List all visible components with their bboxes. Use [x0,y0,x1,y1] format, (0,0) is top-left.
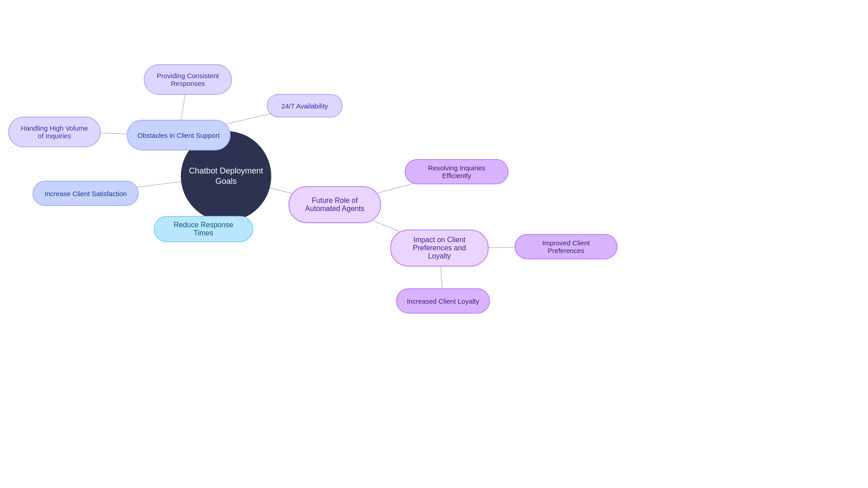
improved-preferences-node: Improved Client Preferences [514,234,618,259]
obstacles-node: Obstacles in Client Support [127,120,231,150]
handling-high-volume-node: Handling High Volume of Inquiries [8,117,101,147]
resolving-inquiries-node: Resolving Inquiries Efficiently [405,159,509,184]
future-role-node: Future Role of Automated Agents [288,186,381,223]
reduce-response-node: Reduce Response Times [154,216,253,242]
providing-consistent-node: Providing Consistent Responses [144,64,232,95]
availability-node: 24/7 Availability [267,94,343,117]
increase-satisfaction-node: Increase Client Satisfaction [33,181,139,206]
impact-client-node: Impact on Client Preferences and Loyalty [390,230,489,267]
increased-loyalty-node: Increased Client Loyalty [396,288,490,314]
